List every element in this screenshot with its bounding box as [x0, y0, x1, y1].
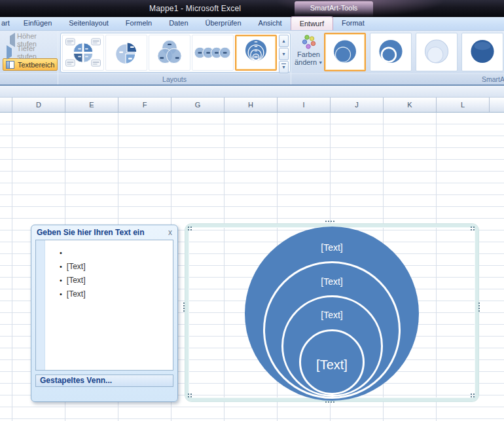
excel-window: Mappe1 - Microsoft Excel SmartArt-Tools … — [0, 0, 504, 421]
tab-entwurf[interactable]: Entwurf — [291, 16, 333, 30]
bullet-icon: • — [60, 263, 62, 270]
promote-arrow-icon — [5, 36, 14, 44]
style-thumb-subtle-effect[interactable] — [416, 33, 458, 71]
resize-handle-top[interactable] — [325, 221, 327, 222]
title-bar: Mappe1 - Microsoft Excel SmartArt-Tools — [0, 0, 504, 17]
resize-handle-bottom-left[interactable] — [188, 394, 189, 395]
text-pane-header: Geben Sie hier Ihren Text ein x — [31, 225, 177, 240]
column-header-j[interactable]: J — [331, 98, 384, 112]
group-label-smartart-styles: SmartA — [291, 73, 504, 84]
column-header-i[interactable]: I — [278, 98, 331, 112]
gallery-more-button[interactable]: ▼ — [279, 61, 289, 73]
bullet-item[interactable]: • [Text] — [60, 259, 173, 273]
layouts-gallery-scrollbar: ▲ ▼ ▼ — [279, 35, 289, 71]
group-label-layouts: Layouts — [58, 73, 291, 84]
ribbon: Höher stufen Tiefer stufen Textbereich — [0, 31, 504, 86]
text-pane-toggle-button[interactable]: Textbereich — [3, 58, 58, 71]
column-header-d[interactable]: D — [12, 98, 65, 112]
bullet-item[interactable]: • [Text] — [60, 273, 173, 287]
resize-handle-top-right[interactable] — [471, 227, 472, 228]
column-header-h[interactable]: H — [225, 98, 278, 112]
venn-label-2[interactable]: [Text] — [266, 276, 397, 287]
tab-start-partial[interactable]: art — [0, 16, 15, 30]
layout-thumb-basic-venn[interactable] — [149, 35, 190, 71]
smartart-text-pane: Geben Sie hier Ihren Text ein x • • [Tex… — [31, 225, 178, 402]
tab-ueberpruefen[interactable]: Überprüfen — [197, 16, 250, 30]
close-icon[interactable]: x — [168, 229, 172, 236]
ribbon-tab-row: art Einfügen Seitenlayout Formeln Daten … — [0, 17, 504, 31]
text-pane-title: Geben Sie hier Ihren Text ein — [37, 228, 145, 237]
column-header-e[interactable]: E — [65, 98, 118, 112]
tab-ansicht[interactable]: Ansicht — [250, 16, 291, 30]
layout-thumb-quadrant-venn[interactable] — [62, 35, 104, 71]
tab-daten[interactable]: Daten — [160, 16, 196, 30]
group-smartart-styles: Farben ändern ▼ — [291, 31, 504, 84]
style-thumb-white-outline[interactable] — [370, 33, 412, 71]
gallery-scroll-up-button[interactable]: ▲ — [279, 35, 289, 47]
gallery-scroll-down-button[interactable]: ▼ — [279, 48, 289, 60]
text-pane-bullet-list: • • [Text] • [Text] • [Text] — [36, 240, 173, 301]
layout-thumb-linear-venn[interactable] — [192, 35, 234, 71]
column-header-l[interactable]: L — [437, 98, 490, 112]
layout-thumb-segmented-pie[interactable] — [105, 35, 147, 71]
tab-formeln[interactable]: Formeln — [117, 16, 160, 30]
dropdown-arrow-icon: ▼ — [318, 60, 323, 65]
resize-handle-bottom-right[interactable] — [471, 394, 472, 395]
bullet-item[interactable]: • [Text] — [60, 287, 173, 301]
column-header-partial-right[interactable] — [490, 98, 504, 112]
group-create-graphic: Höher stufen Tiefer stufen Textbereich — [0, 31, 58, 84]
tab-einfuegen[interactable]: Einfügen — [15, 16, 60, 30]
venn-label-4[interactable]: [Text] — [266, 357, 397, 373]
column-headers: D E F G H I J K L — [0, 98, 504, 113]
text-pane-content: • • [Text] • [Text] • [Text] — [35, 240, 173, 371]
resize-handle-left[interactable] — [183, 302, 185, 304]
resize-handle-right[interactable] — [478, 302, 480, 304]
column-header-g[interactable]: G — [171, 98, 225, 112]
text-pane-footer-layout-name: Gestapeltes Venn... — [35, 375, 173, 387]
layout-thumb-stacked-venn-selected[interactable] — [235, 35, 277, 71]
group-layouts: ▲ ▼ ▼ Layouts — [58, 31, 291, 84]
bullet-icon: • — [60, 249, 62, 257]
change-colors-button[interactable]: Farben ändern ▼ — [293, 33, 324, 72]
bullet-item[interactable]: • — [60, 246, 173, 259]
column-header-k[interactable]: K — [384, 98, 437, 112]
text-pane-icon — [6, 61, 15, 69]
venn-label-1[interactable]: [Text] — [266, 242, 397, 253]
text-pane-left-strip — [36, 240, 45, 370]
demote-button[interactable]: Tiefer stufen — [3, 46, 58, 58]
tab-seitenlayout[interactable]: Seitenlayout — [60, 16, 117, 30]
column-header-f[interactable]: F — [118, 98, 171, 112]
tab-format[interactable]: Format — [333, 16, 373, 30]
style-thumb-intense-fill[interactable] — [461, 33, 503, 71]
resize-handle-top-left[interactable] — [188, 227, 189, 228]
style-thumb-simple-fill-selected[interactable] — [324, 33, 366, 71]
demote-arrow-icon — [5, 48, 14, 56]
venn-label-3[interactable]: [Text] — [266, 310, 397, 320]
layouts-gallery: ▲ ▼ ▼ — [60, 33, 291, 73]
change-colors-icon — [301, 34, 317, 50]
window-title: Mappe1 - Microsoft Excel — [149, 4, 241, 13]
contextual-tab-group-header: SmartArt-Tools — [295, 1, 373, 17]
column-header-partial[interactable] — [0, 98, 12, 112]
bullet-icon: • — [60, 276, 62, 284]
formula-bar-strip — [0, 86, 504, 98]
resize-handle-bottom[interactable] — [325, 401, 327, 403]
bullet-icon: • — [60, 290, 62, 298]
group-label-create-graphic — [0, 73, 58, 84]
